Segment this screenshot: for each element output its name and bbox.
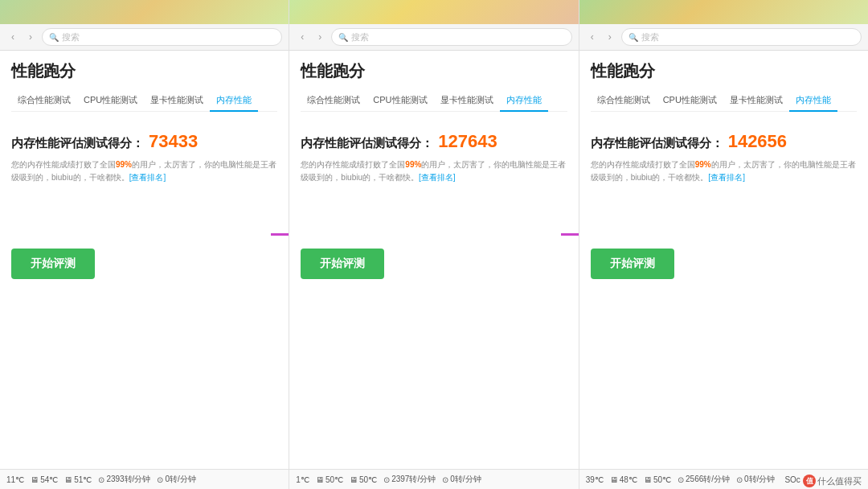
search-bar-2[interactable]: 🔍 搜索	[331, 28, 571, 46]
temp3-3: 🖥 50℃	[644, 475, 671, 484]
score-label-text-2: 内存性能评估测试得分：	[301, 136, 433, 151]
score-desc-2: 您的内存性能成绩打败了全国99%的用户，太厉害了，你的电脑性能是王者级吸到的，b…	[301, 158, 567, 184]
fan-icon-2: ⊙	[383, 475, 390, 484]
fan2-icon-3: ⊙	[736, 475, 743, 484]
forward-btn-1[interactable]: ›	[24, 31, 37, 43]
fan2-icon-2: ⊙	[442, 475, 448, 484]
search-placeholder-2: 搜索	[351, 31, 369, 43]
score-section-3: 内存性能评估测试得分： 142656 您的内存性能成绩打败了全国99%的用户，太…	[591, 125, 857, 200]
panel-1: ‹ › 🔍 搜索 性能跑分 综合性能测试 CPU性能测试 显卡性能测试 内存性能…	[0, 0, 289, 489]
temp1-3: 39℃	[586, 475, 604, 484]
soc-label: SOc	[784, 475, 800, 484]
search-bar-3[interactable]: 🔍 搜索	[621, 28, 862, 46]
btn-container-2: 开始评测	[301, 249, 567, 279]
forward-btn-3[interactable]: ›	[604, 31, 616, 43]
temp3-1: 🖥 51℃	[64, 475, 92, 484]
page-content-2: 性能跑分 综合性能测试 CPU性能测试 显卡性能测试 内存性能 内存性能评估测试…	[289, 51, 578, 469]
arrow-2	[561, 227, 579, 243]
score-desc-3: 您的内存性能成绩打败了全国99%的用户，太厉害了，你的电脑性能是王者级吸到的，b…	[591, 158, 857, 184]
rank-link-2[interactable]: [查看排名]	[419, 173, 456, 182]
tab-memory-1[interactable]: 内存性能	[210, 90, 258, 112]
status-bar-2: 1℃ 🖥 50℃ 🖥 50℃ ⊙ 2397转/分钟 ⊙ 0转/分钟	[289, 469, 578, 489]
page-title-3: 性能跑分	[591, 60, 857, 82]
back-btn-2[interactable]: ‹	[296, 31, 309, 43]
start-btn-1[interactable]: 开始评测	[11, 249, 95, 279]
tab-gpu-1[interactable]: 显卡性能测试	[144, 90, 210, 111]
tab-cpu-3[interactable]: CPU性能测试	[657, 90, 723, 111]
tab-cpu-2[interactable]: CPU性能测试	[366, 90, 433, 111]
search-icon-1: 🔍	[49, 33, 59, 42]
rank-link-1[interactable]: [查看排名]	[129, 173, 166, 182]
temp3-2: 🖥 50℃	[350, 475, 377, 484]
temp1-2: 1℃	[296, 475, 309, 484]
panel-3: ‹ › 🔍 搜索 性能跑分 综合性能测试 CPU性能测试 显卡性能测试 内存性能…	[579, 0, 868, 489]
panel-2: ‹ › 🔍 搜索 性能跑分 综合性能测试 CPU性能测试 显卡性能测试 内存性能…	[289, 0, 579, 489]
search-placeholder-3: 搜索	[641, 31, 659, 43]
arrow-1	[271, 227, 289, 243]
temp2-2: 🖥 50℃	[316, 475, 343, 484]
fan2-3: ⊙ 0转/分钟	[736, 474, 775, 485]
search-icon-2: 🔍	[338, 33, 348, 42]
tab-gpu-2[interactable]: 显卡性能测试	[434, 90, 500, 111]
score-section-1: 内存性能评估测试得分： 73433 您的内存性能成绩打败了全国99%的用户，太厉…	[11, 125, 277, 200]
tab-gpu-3[interactable]: 显卡性能测试	[723, 90, 789, 111]
gpu-icon-2: 🖥	[350, 475, 358, 484]
tab-memory-2[interactable]: 内存性能	[500, 90, 548, 112]
score-desc-1: 您的内存性能成绩打败了全国99%的用户，太厉害了，你的电脑性能是王者级吸到的，b…	[11, 158, 277, 184]
page-content-3: 性能跑分 综合性能测试 CPU性能测试 显卡性能测试 内存性能 内存性能评估测试…	[579, 51, 868, 469]
tab-memory-3[interactable]: 内存性能	[789, 90, 837, 112]
banner-2	[289, 0, 578, 24]
browser-bar-3: ‹ › 🔍 搜索	[579, 24, 868, 51]
watermark-text: 什么值得买	[817, 475, 862, 487]
watermark: 值 什么值得买	[803, 475, 862, 487]
temp2-1: 🖥 54℃	[31, 475, 58, 484]
tabs-3: 综合性能测试 CPU性能测试 显卡性能测试 内存性能	[591, 90, 857, 112]
cpu-icon-2: 🖥	[316, 475, 324, 484]
forward-btn-2[interactable]: ›	[313, 31, 326, 43]
tab-cpu-1[interactable]: CPU性能测试	[77, 90, 144, 111]
score-label-text-3: 内存性能评估测试得分：	[591, 136, 723, 151]
cpu-icon-3: 🖥	[610, 475, 618, 484]
page-content-1: 性能跑分 综合性能测试 CPU性能测试 显卡性能测试 内存性能 内存性能评估测试…	[0, 51, 289, 469]
score-section-2: 内存性能评估测试得分： 127643 您的内存性能成绩打败了全国99%的用户，太…	[301, 125, 567, 200]
fan2-2: ⊙ 0转/分钟	[442, 474, 481, 485]
status-panel-2: 1℃ 🖥 50℃ 🖥 50℃ ⊙ 2397转/分钟 ⊙ 0转/分钟	[289, 470, 578, 489]
watermark-icon: 值	[803, 475, 816, 487]
score-label-2: 内存性能评估测试得分： 127643	[301, 131, 567, 152]
score-label-1: 内存性能评估测试得分： 73433	[11, 131, 277, 152]
tabs-1: 综合性能测试 CPU性能测试 显卡性能测试 内存性能	[11, 90, 277, 112]
fan1-3: ⊙ 2566转/分钟	[678, 474, 730, 485]
start-btn-3[interactable]: 开始评测	[591, 249, 674, 279]
score-label-text-1: 内存性能评估测试得分：	[11, 136, 144, 151]
fan2-1: ⊙ 0转/分钟	[157, 474, 195, 485]
search-icon-3: 🔍	[628, 33, 638, 42]
page-title-2: 性能跑分	[301, 60, 567, 82]
start-btn-2[interactable]: 开始评测	[301, 249, 384, 279]
tab-comprehensive-2[interactable]: 综合性能测试	[301, 90, 366, 111]
fan-icon-3: ⊙	[678, 475, 684, 484]
fan1-2: ⊙ 2397转/分钟	[383, 474, 436, 485]
score-label-3: 内存性能评估测试得分： 142656	[591, 131, 857, 152]
rank-link-3[interactable]: [查看排名]	[708, 173, 745, 182]
gpu-icon-3: 🖥	[644, 475, 652, 484]
status-panel-1: 11℃ 🖥 54℃ 🖥 51℃ ⊙ 2393转/分钟 ⊙ 0转/分钟	[0, 470, 289, 489]
btn-container-3: 开始评测	[591, 249, 857, 279]
search-bar-1[interactable]: 🔍 搜索	[42, 28, 282, 46]
fan-icon-1: ⊙	[98, 475, 104, 484]
browser-bar-2: ‹ › 🔍 搜索	[289, 24, 578, 51]
main-content: ‹ › 🔍 搜索 性能跑分 综合性能测试 CPU性能测试 显卡性能测试 内存性能…	[0, 0, 868, 489]
banner-3	[579, 0, 868, 24]
tab-comprehensive-1[interactable]: 综合性能测试	[11, 90, 77, 111]
search-placeholder-1: 搜索	[62, 31, 80, 43]
score-value-1: 73433	[149, 131, 198, 152]
fan2-icon-1: ⊙	[157, 475, 163, 484]
page-title-1: 性能跑分	[11, 60, 277, 82]
tabs-2: 综合性能测试 CPU性能测试 显卡性能测试 内存性能	[301, 90, 567, 112]
back-btn-1[interactable]: ‹	[6, 31, 19, 43]
btn-container-1: 开始评测	[11, 249, 277, 279]
fan1-1: ⊙ 2393转/分钟	[98, 474, 150, 485]
tab-comprehensive-3[interactable]: 综合性能测试	[591, 90, 657, 111]
back-btn-3[interactable]: ‹	[586, 31, 599, 43]
banner-1	[0, 0, 289, 24]
browser-bar-1: ‹ › 🔍 搜索	[0, 24, 289, 51]
